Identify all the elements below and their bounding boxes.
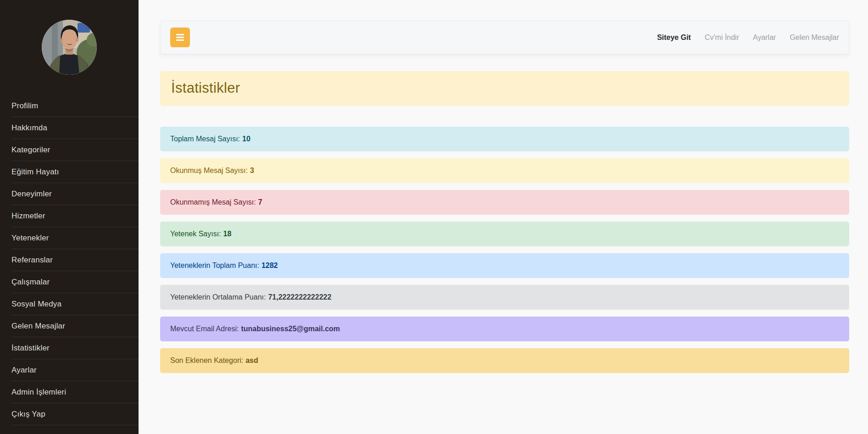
sidebar-item-deneyimler[interactable]: Deneyimler [11,183,139,205]
stat-label: Yeteneklerin Toplam Puanı: [170,262,259,270]
sidebar: ProfilimHakkımdaKategorilerEğitim Hayatı… [0,0,139,434]
stat-row-danger: Okunmamış Mesaj Sayısı:7 [160,190,849,215]
topbar: Siteye GitCv'mi İndirAyarlarGelen Mesajl… [160,21,849,54]
sidebar-item-admin-islemleri[interactable]: Admin İşlemleri [11,381,139,403]
stat-value: 3 [250,167,254,175]
stats-list: Toplam Mesaj Sayısı:10Okunmuş Mesaj Sayı… [160,127,849,373]
stat-value: asd [245,356,258,365]
stat-value: tunabusiness25@gmail.com [241,325,340,333]
stat-value: 10 [242,135,250,143]
avatar-photo [42,20,97,75]
sidebar-item-kategoriler[interactable]: Kategoriler [11,139,139,161]
stat-row-purple: Mevcut Email Adresi:tunabusiness25@gmail… [160,317,849,341]
stat-label: Toplam Mesaj Sayısı: [170,135,240,143]
stat-row-secondary: Yeteneklerin Ortalama Puanı:71,222222222… [160,285,849,310]
sidebar-item-hakkimda[interactable]: Hakkımda [11,117,139,139]
sidebar-item-referanslar[interactable]: Referanslar [11,249,139,271]
stat-row-warning: Okunmuş Mesaj Sayısı:3 [160,158,849,183]
main-content: Siteye GitCv'mi İndirAyarlarGelen Mesajl… [139,0,868,434]
stat-value: 1282 [262,262,278,270]
sidebar-item-ayarlar[interactable]: Ayarlar [11,359,139,381]
stat-row-info: Toplam Mesaj Sayısı:10 [160,127,849,151]
page-title: İstatistikler [171,80,838,96]
sidebar-item-yetenekler[interactable]: Yetenekler [11,227,139,249]
menu-toggle-button[interactable] [170,28,190,47]
top-link-cvmi-indir[interactable]: Cv'mi İndir [705,33,739,42]
sidebar-item-cikis-yap[interactable]: Çıkış Yap [11,403,139,425]
stat-label: Okunmuş Mesaj Sayısı: [170,167,248,175]
hamburger-icon [176,34,184,35]
topbar-links: Siteye GitCv'mi İndirAyarlarGelen Mesajl… [657,33,839,42]
sidebar-menu: ProfilimHakkımdaKategorilerEğitim Hayatı… [0,95,139,425]
stat-value: 7 [258,198,262,206]
stat-row-primary: Yeteneklerin Toplam Puanı:1282 [160,253,849,278]
stat-label: Yetenek Sayısı: [170,230,221,238]
stat-label: Son Eklenen Kategori: [170,356,243,365]
sidebar-item-sosyal-medya[interactable]: Sosyal Medya [11,293,139,315]
page-title-box: İstatistikler [160,71,849,106]
sidebar-item-istatistikler[interactable]: İstatistikler [11,337,139,359]
sidebar-item-gelen-mesajlar[interactable]: Gelen Mesajlar [11,315,139,337]
avatar [42,20,97,75]
top-link-ayarlar[interactable]: Ayarlar [753,33,776,42]
sidebar-item-egitim-hayati[interactable]: Eğitim Hayatı [11,161,139,183]
sidebar-item-calismalar[interactable]: Çalışmalar [11,271,139,293]
stat-value: 71,2222222222222 [268,293,331,301]
sidebar-item-profilim[interactable]: Profilim [11,95,139,117]
stat-label: Okunmamış Mesaj Sayısı: [170,198,256,206]
stat-value: 18 [223,230,232,238]
stat-row-orange: Son Eklenen Kategori:asd [160,348,849,373]
stat-row-success: Yetenek Sayısı:18 [160,222,849,246]
top-link-siteye-git[interactable]: Siteye Git [657,33,691,42]
top-link-gelen-mesajlar[interactable]: Gelen Mesajlar [790,33,839,42]
stat-label: Mevcut Email Adresi: [170,325,239,333]
stat-label: Yeteneklerin Ortalama Puanı: [170,293,266,301]
sidebar-item-hizmetler[interactable]: Hizmetler [11,205,139,227]
